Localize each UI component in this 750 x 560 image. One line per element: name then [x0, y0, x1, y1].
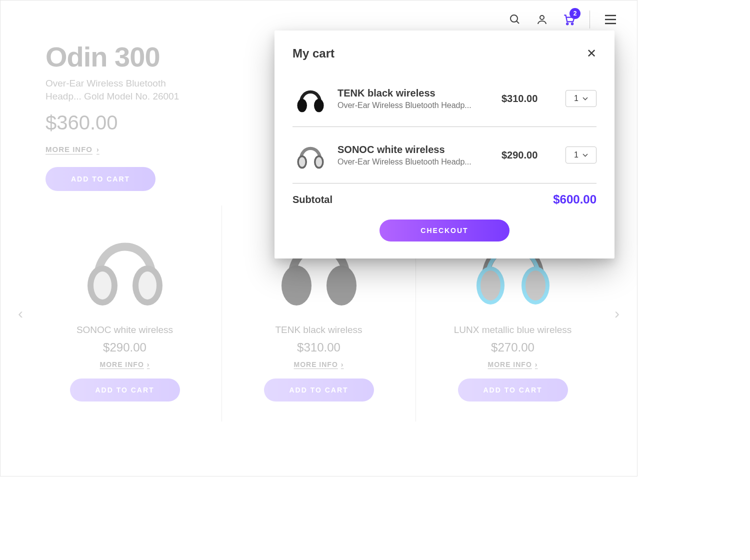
chevron-right-icon: ›: [535, 360, 538, 368]
chevron-right-icon: ›: [96, 146, 100, 154]
cart-title: My cart: [292, 46, 334, 60]
product-price: $310.00: [297, 340, 340, 354]
product-more-info-link[interactable]: MORE INFO›: [488, 360, 538, 368]
cart-item-row: TENK black wireless Over-Ear Wireless Bl…: [292, 70, 596, 127]
product-price: $290.00: [103, 340, 146, 354]
cart-panel: My cart ✕ TENK black wireless Over-Ear W…: [274, 30, 614, 258]
cart-item-name: SONOC white wireless: [338, 144, 492, 156]
svg-point-13: [138, 272, 156, 300]
chevron-right-icon: ›: [147, 360, 150, 368]
account-icon[interactable]: [536, 13, 548, 26]
cart-item-image: [292, 137, 328, 173]
cart-item-name: TENK black wireless: [338, 88, 492, 99]
svg-point-25: [316, 157, 322, 167]
product-image: [70, 210, 180, 320]
product-price: $270.00: [491, 340, 534, 354]
hero-add-to-cart-button[interactable]: ADD TO CART: [46, 167, 156, 191]
svg-point-3: [566, 23, 568, 24]
svg-point-17: [480, 270, 500, 300]
cart-item-row: SONOC white wireless Over-Ear Wireless B…: [292, 127, 596, 184]
carousel-prev-button[interactable]: ‹: [13, 298, 28, 328]
product-more-info-link[interactable]: MORE INFO›: [294, 360, 344, 368]
more-info-label: MORE INFO: [488, 360, 532, 368]
subtotal-value: $600.00: [553, 192, 596, 206]
product-name: TENK black wireless: [275, 324, 362, 336]
svg-point-0: [510, 15, 518, 22]
cart-icon[interactable]: 2: [562, 13, 576, 26]
search-icon[interactable]: [508, 13, 522, 26]
chevron-right-icon: ›: [341, 360, 344, 368]
svg-point-14: [282, 266, 312, 306]
chevron-down-icon: [582, 154, 588, 157]
more-info-label: MORE INFO: [294, 360, 338, 368]
svg-point-2: [540, 16, 544, 20]
product-name: SONOC white wireless: [76, 324, 173, 336]
cart-item-qty-select[interactable]: 1: [566, 90, 596, 107]
product-add-to-cart-button[interactable]: ADD TO CART: [458, 378, 568, 402]
product-more-info-link[interactable]: MORE INFO›: [100, 360, 150, 368]
cart-item-qty-select[interactable]: 1: [566, 146, 596, 164]
svg-point-4: [572, 23, 573, 24]
carousel-next-button[interactable]: ›: [610, 298, 624, 328]
svg-point-19: [526, 270, 546, 300]
qty-value: 1: [574, 150, 578, 160]
hero-more-info-link[interactable]: MORE INFO ›: [46, 145, 100, 154]
svg-line-1: [516, 21, 519, 24]
product-add-to-cart-button[interactable]: ADD TO CART: [264, 378, 374, 402]
hero-subtitle: Over-Ear Wireless Bluetooth Headp... Gol…: [46, 77, 196, 102]
cart-item-image: [292, 80, 328, 116]
more-info-label: MORE INFO: [46, 145, 92, 154]
divider: [590, 10, 590, 28]
checkout-button[interactable]: CHECKOUT: [380, 220, 510, 242]
chevron-down-icon: [582, 97, 588, 100]
cart-item-desc: Over-Ear Wireless Bluetooth Headp...: [338, 158, 492, 166]
svg-point-20: [297, 99, 307, 112]
cart-badge: 2: [570, 8, 580, 19]
cart-item-price: $310.00: [502, 93, 556, 104]
svg-point-11: [94, 272, 112, 300]
product-name: LUNX metallic blue wireless: [454, 324, 572, 336]
more-info-label: MORE INFO: [100, 360, 144, 368]
svg-point-15: [326, 266, 356, 306]
cart-item-desc: Over-Ear Wireless Bluetooth Headp...: [338, 101, 492, 110]
qty-value: 1: [574, 94, 578, 103]
svg-point-23: [299, 157, 306, 167]
product-card: SONOC white wireless $290.00 MORE INFO› …: [28, 206, 222, 422]
close-icon[interactable]: ✕: [586, 46, 596, 60]
cart-item-price: $290.00: [502, 150, 556, 161]
subtotal-label: Subtotal: [292, 194, 332, 206]
product-add-to-cart-button[interactable]: ADD TO CART: [70, 378, 180, 402]
svg-point-21: [314, 99, 324, 112]
menu-icon[interactable]: [604, 13, 617, 26]
